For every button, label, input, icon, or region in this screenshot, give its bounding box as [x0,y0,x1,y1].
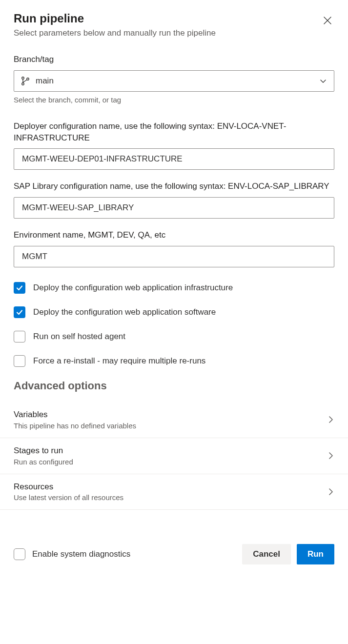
checkbox-group: Deploy the configuration web application… [14,282,334,367]
check-icon [16,308,23,316]
diagnostics-checkbox-row[interactable]: Enable system diagnostics [14,548,130,560]
panel-footer: Enable system diagnostics Cancel Run [14,544,334,564]
deployer-field: Deployer configuration name, use the fol… [14,121,334,170]
advanced-item-2[interactable]: ResourcesUse latest version of all resou… [0,474,348,510]
advanced-item-0[interactable]: VariablesThis pipeline has no defined va… [0,402,348,438]
library-input[interactable] [21,202,327,213]
advanced-item-title: Stages to run [14,445,73,457]
branch-icon [21,76,30,86]
checkbox-row-2[interactable]: Run on self hosted agent [14,331,334,342]
close-icon [323,16,332,25]
close-button[interactable] [321,14,334,27]
library-label: SAP Library configuration name, use the … [14,181,334,192]
svg-point-0 [22,77,24,79]
checkbox-label-2: Run on self hosted agent [33,332,125,342]
checkbox-row-0[interactable]: Deploy the configuration web application… [14,282,334,294]
advanced-item-title: Variables [14,409,136,421]
check-icon [16,284,23,292]
library-input-wrap [14,197,334,219]
checkbox-row-3[interactable]: Force a re-install - may require multipl… [14,355,334,367]
checkbox-3[interactable] [14,355,25,367]
branch-help: Select the branch, commit, or tag [14,96,334,104]
checkbox-0[interactable] [14,282,25,294]
cancel-button[interactable]: Cancel [242,544,291,564]
deployer-input[interactable] [21,154,327,164]
advanced-item-1[interactable]: Stages to runRun as configured [0,438,348,474]
chevron-down-icon [319,77,327,85]
chevron-right-icon [328,415,334,424]
checkbox-label-0: Deploy the configuration web application… [33,283,233,293]
svg-point-1 [22,83,24,85]
diagnostics-label: Enable system diagnostics [32,549,130,559]
checkbox-label-3: Force a re-install - may require multipl… [33,356,205,366]
advanced-item-sub: This pipeline has no defined variables [14,421,136,431]
env-input-wrap [14,246,334,267]
checkbox-2[interactable] [14,331,25,342]
env-input[interactable] [21,251,327,262]
branch-value: main [36,76,54,86]
advanced-item-title: Resources [14,481,123,493]
panel-header: Run pipeline [14,12,334,28]
checkbox-row-1[interactable]: Deploy the configuration web application… [14,306,334,318]
library-field: SAP Library configuration name, use the … [14,181,334,219]
advanced-options-title: Advanced options [14,380,334,392]
deployer-label: Deployer configuration name, use the fol… [14,121,334,144]
checkbox-1[interactable] [14,306,25,318]
chevron-right-icon [328,487,334,497]
svg-point-2 [27,78,29,80]
diagnostics-checkbox[interactable] [14,548,25,560]
advanced-item-sub: Run as configured [14,457,73,467]
env-field: Environment name, MGMT, DEV, QA, etc [14,229,334,267]
run-button[interactable]: Run [297,544,334,564]
env-label: Environment name, MGMT, DEV, QA, etc [14,229,334,241]
branch-label: Branch/tag [14,54,334,65]
branch-select[interactable]: main [14,70,334,92]
branch-field: Branch/tag main Select the branch, c [14,54,334,104]
advanced-list: VariablesThis pipeline has no defined va… [0,402,348,510]
advanced-item-sub: Use latest version of all resources [14,492,123,503]
panel-subtitle: Select parameters below and manually run… [14,28,334,38]
checkbox-label-1: Deploy the configuration web application… [33,307,216,317]
run-pipeline-panel: Run pipeline Select parameters below and… [0,0,348,578]
deployer-input-wrap [14,148,334,170]
chevron-right-icon [328,451,334,461]
panel-title: Run pipeline [14,12,84,25]
